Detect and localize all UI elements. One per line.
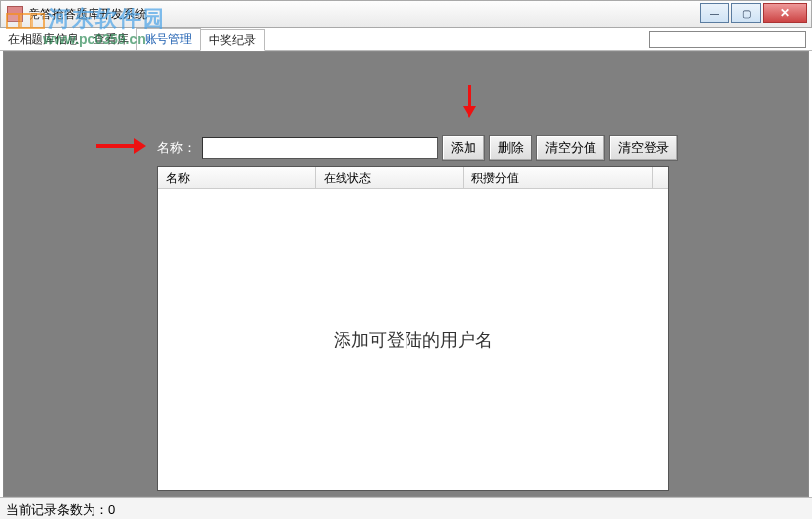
minimize-button[interactable]: — — [700, 3, 729, 23]
maximize-button[interactable]: ▢ — [731, 3, 761, 23]
close-button[interactable]: ✕ — [763, 3, 807, 23]
name-input[interactable] — [202, 137, 438, 159]
title-bar: 竞答抢答题库开发系统 — ▢ ✕ — [0, 0, 812, 28]
name-label: 名称： — [157, 139, 196, 157]
col-score[interactable]: 积攒分值 — [464, 167, 653, 188]
status-bar: 当前记录条数为：0 — [0, 497, 812, 519]
table-header: 名称 在线状态 积攒分值 — [158, 167, 668, 189]
app-title: 竞答抢答题库开发系统 — [29, 6, 147, 23]
tab-library-info[interactable]: 在相题库信息 — [0, 28, 87, 50]
status-text: 当前记录条数为：0 — [6, 502, 115, 517]
user-table: 名称 在线状态 积攒分值 添加可登陆的用户名 — [157, 166, 669, 491]
clear-score-button[interactable]: 清空分值 — [536, 135, 605, 161]
clear-login-button[interactable]: 清空登录 — [609, 135, 678, 161]
tab-view-library[interactable]: 查看库 — [86, 28, 137, 50]
tab-prize-record[interactable]: 中奖纪录 — [200, 29, 265, 51]
col-name[interactable]: 名称 — [158, 167, 316, 188]
controls-row: 名称： 添加 删除 清空分值 清空登录 — [157, 135, 678, 161]
table-empty-message: 添加可登陆的用户名 — [158, 189, 668, 490]
tab-account-manage[interactable]: 账号管理 — [136, 28, 201, 50]
add-button[interactable]: 添加 — [442, 135, 485, 161]
tab-bar: 在相题库信息 查看库 账号管理 中奖纪录 — [0, 28, 812, 51]
delete-button[interactable]: 删除 — [489, 135, 532, 161]
main-panel: 名称： 添加 删除 清空分值 清空登录 名称 在线状态 积攒分值 添加可登陆的用… — [3, 51, 809, 497]
col-online[interactable]: 在线状态 — [316, 167, 464, 188]
toolbar-search-input[interactable] — [649, 31, 806, 48]
app-icon — [7, 6, 23, 22]
col-extra — [653, 167, 668, 188]
